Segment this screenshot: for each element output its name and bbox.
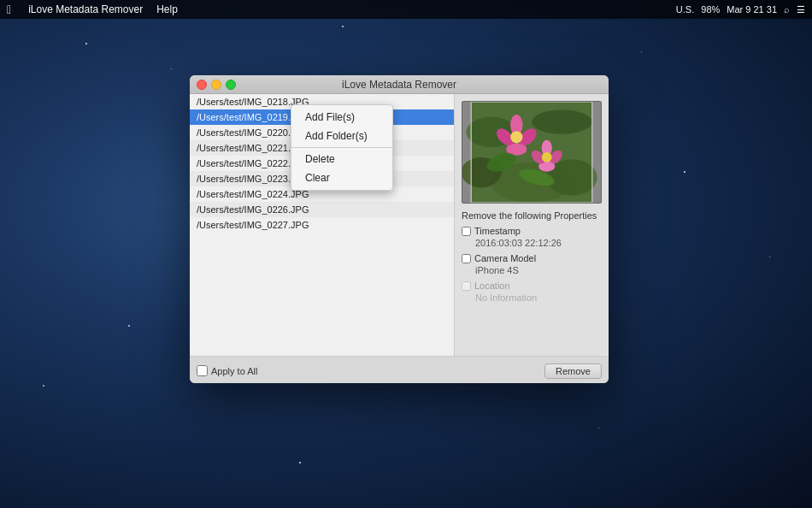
locale-indicator: U.S. bbox=[676, 4, 694, 15]
minimize-button[interactable] bbox=[211, 80, 221, 90]
close-button[interactable] bbox=[197, 80, 207, 90]
context-menu-add-folders[interactable]: Add Folder(s) bbox=[291, 127, 392, 145]
svg-point-24 bbox=[542, 152, 552, 162]
menubar-left:  iLove Metadata Remover Help bbox=[7, 3, 178, 16]
image-preview bbox=[462, 101, 602, 204]
titlebar: iLove Metadata Remover bbox=[190, 75, 609, 94]
apply-to-all-checkbox[interactable] bbox=[197, 365, 208, 376]
location-checkbox[interactable] bbox=[462, 281, 471, 291]
context-menu-clear[interactable]: Clear bbox=[291, 168, 392, 187]
menubar-right: U.S. 98% Mar 9 21 31 ⌕ ☰ bbox=[676, 4, 805, 15]
svg-point-15 bbox=[510, 131, 522, 143]
app-name-menu[interactable]: iLove Metadata Remover bbox=[28, 3, 143, 15]
window-title: iLove Metadata Remover bbox=[342, 79, 456, 91]
menubar:  iLove Metadata Remover Help U.S. 98% M… bbox=[0, 0, 812, 19]
timestamp-checkbox[interactable] bbox=[462, 227, 471, 236]
apply-to-all-label: Apply to All bbox=[211, 366, 257, 376]
context-menu: Add File(s) Add Folder(s) Delete Clear bbox=[291, 104, 393, 191]
apply-to-all-container: Apply to All bbox=[197, 365, 257, 376]
location-label: Location bbox=[474, 281, 510, 291]
properties-section: Remove the following Properties Timestam… bbox=[462, 210, 602, 349]
location-value: No Information bbox=[462, 292, 602, 303]
context-menu-separator bbox=[291, 147, 392, 148]
search-icon[interactable]: ⌕ bbox=[784, 4, 790, 15]
camera-model-label: Camera Model bbox=[474, 253, 536, 263]
context-menu-delete[interactable]: Delete bbox=[291, 150, 392, 168]
svg-rect-6 bbox=[471, 102, 592, 203]
camera-model-checkbox[interactable] bbox=[462, 254, 471, 263]
datetime-display: Mar 9 21 31 bbox=[727, 4, 777, 15]
camera-model-property: Camera Model iPhone 4S bbox=[462, 253, 602, 275]
menu-icon[interactable]: ☰ bbox=[797, 4, 805, 15]
timestamp-label: Timestamp bbox=[474, 226, 521, 236]
location-property: Location No Information bbox=[462, 281, 602, 303]
properties-header: Remove the following Properties bbox=[462, 210, 602, 221]
remove-button[interactable]: Remove bbox=[544, 363, 602, 379]
apple-menu[interactable]:  bbox=[7, 3, 11, 16]
window-content: /Users/test/IMG_0218.JPG /Users/test/IMG… bbox=[190, 94, 609, 356]
timestamp-property: Timestamp 2016:03:03 22:12:26 bbox=[462, 226, 602, 248]
footer-bar: Apply to All Remove bbox=[190, 356, 609, 383]
main-window: iLove Metadata Remover /Users/test/IMG_0… bbox=[190, 75, 609, 383]
battery-indicator: 98% bbox=[701, 4, 720, 15]
maximize-button[interactable] bbox=[226, 80, 236, 90]
context-menu-add-files[interactable]: Add File(s) bbox=[291, 108, 392, 127]
list-item[interactable]: /Users/test/IMG_0227.JPG bbox=[190, 217, 454, 233]
camera-model-value: iPhone 4S bbox=[462, 265, 602, 275]
timestamp-value: 2016:03:03 22:12:26 bbox=[462, 238, 602, 248]
traffic-lights bbox=[197, 80, 236, 90]
help-menu[interactable]: Help bbox=[156, 3, 178, 15]
right-panel: Remove the following Properties Timestam… bbox=[455, 94, 609, 356]
list-item[interactable]: /Users/test/IMG_0226.JPG bbox=[190, 202, 454, 217]
